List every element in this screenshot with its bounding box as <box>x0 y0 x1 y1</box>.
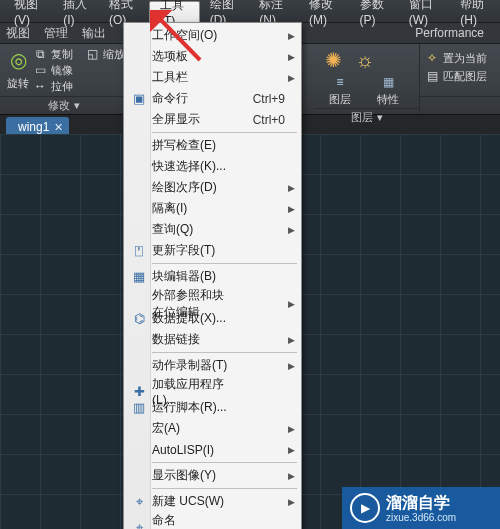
match-layer-icon: ▤ <box>424 68 440 84</box>
menu-item-label: 全屏显示 <box>152 111 229 128</box>
menu-help[interactable]: 帮助(H) <box>450 0 500 22</box>
menu-item[interactable]: ✚加载应用程序(L)... <box>124 376 301 397</box>
menu-item[interactable]: 快速选择(K)... <box>124 156 301 177</box>
menu-item[interactable]: ⌬数据提取(X)... <box>124 308 301 329</box>
ribbon-tab-view[interactable]: 视图 <box>6 25 30 42</box>
ribbon-panel-current: 置为当前 ▤ 匹配图层 <box>420 44 500 114</box>
blank-icon <box>130 221 148 239</box>
blank-icon <box>130 179 148 197</box>
submenu-arrow-icon: ▶ <box>285 225 297 235</box>
menu-item[interactable]: 动作录制器(T)▶ <box>124 355 301 376</box>
menu-item-label: 命令行 <box>152 90 229 107</box>
menu-item[interactable]: 绘图次序(D)▶ <box>124 177 301 198</box>
play-icon: ▶ <box>350 493 380 523</box>
tools-dropdown: 工作空间(O)▶选项板▶工具栏▶▣命令行Ctrl+9全屏显示Ctrl+0拼写检查… <box>123 22 302 529</box>
menu-item-label: 命名 UCS(U)... <box>152 512 229 529</box>
document-tab-label: wing1 <box>18 120 49 134</box>
menu-format[interactable]: 格式(O) <box>99 0 149 22</box>
menu-item[interactable]: 全屏显示Ctrl+0 <box>124 109 301 130</box>
watermark: ▶ 溜溜自学 zixue.3d66.com <box>342 487 500 529</box>
mirror-button[interactable]: ▭镜像 <box>32 62 84 78</box>
menu-tools[interactable]: 工具(T) <box>149 1 200 23</box>
menu-item-label: 新建 UCS(W) <box>152 493 229 510</box>
stretch-button[interactable]: ↔拉伸 <box>32 78 84 94</box>
panel-layers-title[interactable]: 图层 ▾ <box>315 108 419 125</box>
set-current-button[interactable]: 置为当前 <box>424 50 492 66</box>
menu-insert[interactable]: 插入(I) <box>53 0 99 22</box>
menu-item[interactable]: ▦块编辑器(B) <box>124 266 301 287</box>
menu-item-label: 绘图次序(D) <box>152 179 229 196</box>
menu-item-label: 更新字段(T) <box>152 242 229 259</box>
menu-item-label: AutoLISP(I) <box>152 443 229 457</box>
submenu-arrow-icon: ▶ <box>285 73 297 83</box>
menu-item[interactable]: ▣命令行Ctrl+9 <box>124 88 301 109</box>
submenu-arrow-icon: ▶ <box>285 183 297 193</box>
menu-item-label: 快速选择(K)... <box>152 158 229 175</box>
layers-icon <box>332 74 348 90</box>
menu-item[interactable]: ⍞更新字段(T) <box>124 240 301 261</box>
menu-item[interactable]: 显示图像(Y)▶ <box>124 465 301 486</box>
menu-window[interactable]: 窗口(W) <box>399 0 451 22</box>
menu-item[interactable]: 查询(Q)▶ <box>124 219 301 240</box>
menu-item-label: 工具栏 <box>152 69 229 86</box>
menu-item[interactable]: 选项板▶ <box>124 46 301 67</box>
copy-icon: ⧉ <box>32 46 48 62</box>
submenu-arrow-icon: ▶ <box>285 424 297 434</box>
ribbon-tab-output[interactable]: 输出 <box>82 25 106 42</box>
properties-button[interactable]: 特性 <box>367 74 409 108</box>
submenu-arrow-icon: ▶ <box>285 299 297 309</box>
menu-draw[interactable]: 绘图(D) <box>200 0 250 22</box>
submenu-arrow-icon: ▶ <box>285 445 297 455</box>
blank-icon <box>130 420 148 438</box>
menu-item-label: 工作空间(O) <box>152 27 229 44</box>
blank-icon <box>130 331 148 349</box>
ribbon-tab-performance[interactable]: Performance <box>415 26 484 40</box>
menu-item[interactable]: 数据链接▶ <box>124 329 301 350</box>
cmd-icon: ▣ <box>130 90 148 108</box>
menu-item[interactable]: ▥运行脚本(R)... <box>124 397 301 418</box>
menu-item[interactable]: AutoLISP(I)▶ <box>124 439 301 460</box>
menu-item[interactable]: 外部参照和块在位编辑▶ <box>124 287 301 308</box>
panel-modify-title[interactable]: 修改 ▾ <box>0 96 128 114</box>
menu-separator <box>152 488 297 489</box>
menu-item-shortcut: Ctrl+9 <box>229 92 285 106</box>
menu-item[interactable]: 宏(A)▶ <box>124 418 301 439</box>
menu-dim[interactable]: 标注(N) <box>249 0 299 22</box>
menu-item-label: 块编辑器(B) <box>152 268 229 285</box>
blank-icon <box>130 158 148 176</box>
panel-current-title <box>420 96 500 114</box>
menu-separator <box>152 132 297 133</box>
blank-icon <box>130 111 148 129</box>
stretch-icon: ↔ <box>32 78 48 94</box>
menu-item[interactable]: ⌖命名 UCS(U)... <box>124 512 301 529</box>
ribbon-tab-manage[interactable]: 管理 <box>44 25 68 42</box>
menu-item[interactable]: 隔离(I)▶ <box>124 198 301 219</box>
match-layer-button[interactable]: ▤ 匹配图层 <box>424 68 492 84</box>
watermark-url: zixue.3d66.com <box>386 512 456 523</box>
menu-item[interactable]: 工作空间(O)▶ <box>124 25 301 46</box>
orbit-button[interactable]: 旋转 <box>4 46 32 94</box>
copy-button[interactable]: ⧉复制 <box>32 46 84 62</box>
menu-item[interactable]: 拼写检查(E) <box>124 135 301 156</box>
layer-button[interactable]: 图层 <box>319 74 361 108</box>
menu-item-shortcut: Ctrl+0 <box>229 113 285 127</box>
menu-item-label: 拼写检查(E) <box>152 137 229 154</box>
blank-icon <box>130 200 148 218</box>
star-icon <box>424 50 440 66</box>
mirror-icon: ▭ <box>32 62 48 78</box>
menu-separator <box>152 352 297 353</box>
menu-para[interactable]: 参数(P) <box>350 0 399 22</box>
block-icon: ▦ <box>130 268 148 286</box>
blank-icon <box>130 48 148 66</box>
submenu-arrow-icon: ▶ <box>285 471 297 481</box>
submenu-arrow-icon: ▶ <box>285 361 297 371</box>
menubar: 视图(V) 插入(I) 格式(O) 工具(T) 绘图(D) 标注(N) 修改(M… <box>0 0 500 23</box>
grid-icon <box>380 74 396 90</box>
menu-view[interactable]: 视图(V) <box>4 0 53 22</box>
field-icon: ⍞ <box>130 242 148 260</box>
menu-item[interactable]: ⌖新建 UCS(W)▶ <box>124 491 301 512</box>
close-tab-icon[interactable]: ✕ <box>54 121 63 134</box>
menu-item[interactable]: 工具栏▶ <box>124 67 301 88</box>
menu-modify[interactable]: 修改(M) <box>299 0 350 22</box>
ucs-icon: ⌖ <box>130 493 148 511</box>
